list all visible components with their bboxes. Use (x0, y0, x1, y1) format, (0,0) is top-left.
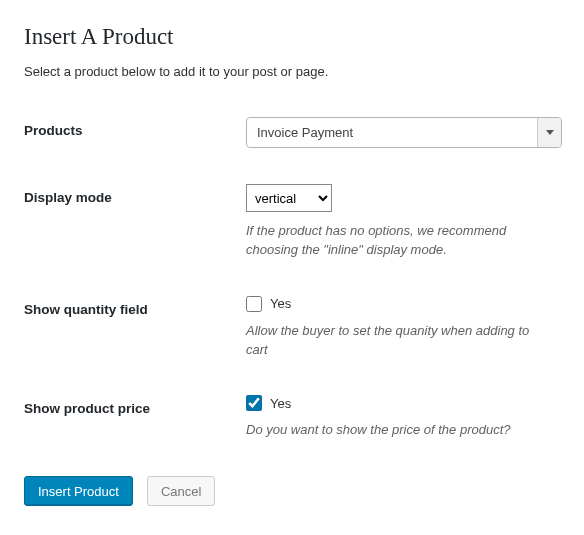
show-quantity-hint: Allow the buyer to set the quanity when … (246, 322, 546, 360)
actions-row: Insert Product Cancel (24, 476, 560, 506)
page-title: Insert A Product (24, 24, 560, 50)
row-show-price: Show product price Yes Do you want to sh… (24, 395, 560, 440)
products-label: Products (24, 117, 246, 138)
chevron-down-icon (537, 118, 561, 147)
show-quantity-label: Show quantity field (24, 296, 246, 317)
products-select-value: Invoice Payment (257, 125, 353, 140)
show-price-checkbox-label: Yes (270, 396, 291, 411)
insert-product-button[interactable]: Insert Product (24, 476, 133, 506)
products-select[interactable]: Invoice Payment (246, 117, 562, 148)
show-quantity-checkbox[interactable] (246, 296, 262, 312)
display-mode-hint: If the product has no options, we recomm… (246, 222, 546, 260)
page-intro: Select a product below to add it to your… (24, 64, 560, 79)
row-display-mode: Display mode vertical If the product has… (24, 184, 560, 260)
show-price-hint: Do you want to show the price of the pro… (246, 421, 546, 440)
cancel-button[interactable]: Cancel (147, 476, 215, 506)
display-mode-label: Display mode (24, 184, 246, 205)
show-price-label: Show product price (24, 395, 246, 416)
row-products: Products Invoice Payment (24, 117, 560, 148)
display-mode-select[interactable]: vertical (246, 184, 332, 212)
show-quantity-checkbox-label: Yes (270, 296, 291, 311)
show-price-checkbox[interactable] (246, 395, 262, 411)
row-show-quantity: Show quantity field Yes Allow the buyer … (24, 296, 560, 360)
